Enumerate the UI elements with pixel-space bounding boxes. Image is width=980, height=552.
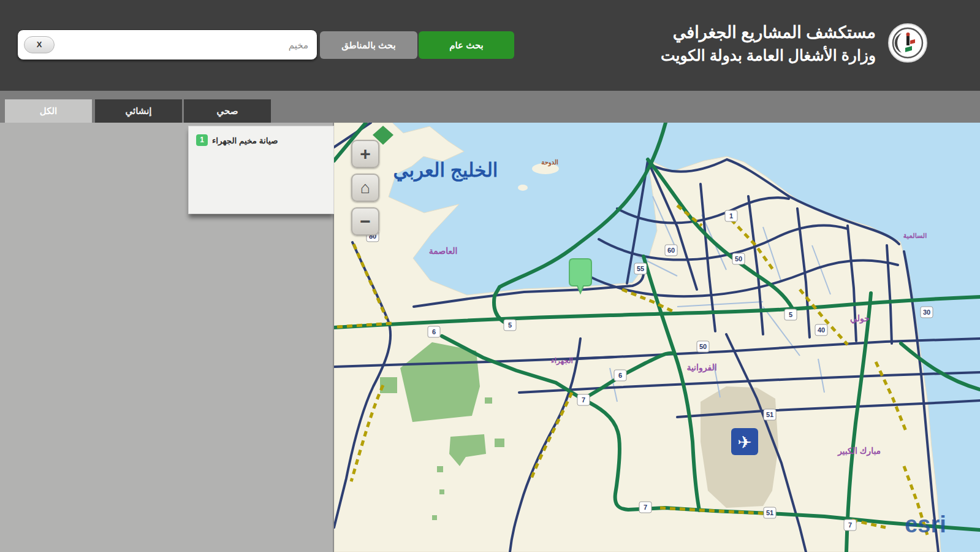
svg-text:55: 55 [637,265,644,272]
svg-text:7: 7 [848,521,852,529]
svg-text:7: 7 [582,396,585,404]
svg-text:30: 30 [923,309,930,316]
search-by-regions-button[interactable]: بحث بالمناطق [320,31,417,59]
svg-text:50: 50 [699,343,707,350]
svg-text:6: 6 [432,328,436,335]
search-result-item[interactable]: 1 صيانة مخيم الجهراء [189,126,333,154]
tab-all[interactable]: الكل [5,99,92,123]
header: مستكشف المشاريع الجغرافي وزارة الأشغال ا… [0,0,980,91]
svg-text:5: 5 [508,321,512,329]
svg-text:5: 5 [789,311,792,318]
svg-text:العاصمة: العاصمة [429,246,458,256]
svg-text:الفروانية: الفروانية [686,362,716,373]
svg-text:حولي: حولي [850,313,870,324]
svg-text:40: 40 [818,326,825,334]
tab-construction[interactable]: إنشائي [95,99,182,123]
category-tabstrip: الكل إنشائي صحي [0,91,980,123]
svg-text:50: 50 [735,255,742,263]
ministry-logo [888,23,927,63]
clear-search-button[interactable]: X [24,36,55,53]
search-input[interactable]: مخيم X [17,29,317,60]
result-project-label: صيانة مخيم الجهراء [212,136,278,145]
svg-text:6: 6 [618,372,622,379]
general-search-button[interactable]: بحث عام [419,31,514,59]
tab-sanitary[interactable]: صحي [184,99,271,123]
airport-icon: ✈ [731,428,758,455]
svg-text:51: 51 [766,411,773,418]
svg-text:60: 60 [667,247,675,254]
result-count-badge: 1 [196,134,208,146]
basemap: ✈ 16050505540306767515178055 العاصمةحولي… [334,123,980,552]
zoom-out-button[interactable]: − [351,207,379,236]
esri-attribution: esri [905,512,946,537]
svg-text:1: 1 [729,212,733,220]
map-canvas[interactable]: ✈ 16050505540306767515178055 العاصمةحولي… [334,123,980,552]
app-title-line1: مستكشف المشاريع الجغرافي [661,21,876,44]
svg-text:7: 7 [644,504,647,511]
app-title: مستكشف المشاريع الجغرافي وزارة الأشغال ا… [661,21,876,66]
svg-text:السالمية: السالمية [903,232,927,240]
svg-text:مبارك الكبير: مبارك الكبير [837,446,881,456]
zoom-in-button[interactable]: + [351,140,379,168]
svg-text:51: 51 [766,509,773,516]
home-extent-button[interactable]: ⌂ [351,174,379,202]
svg-text:الجهراء: الجهراء [551,356,573,366]
svg-text:✈: ✈ [737,433,751,452]
app-title-line2: وزارة الأشغال العامة بدولة الكويت [661,44,876,66]
gulf-water-label: الخليج العربي [393,159,498,182]
app-window: مستكشف المشاريع الجغرافي وزارة الأشغال ا… [0,0,980,552]
map-controls: + ⌂ − [351,140,379,236]
ministry-logo-emblem [892,27,924,59]
search-input-value: مخيم [289,30,308,61]
search-results-panel: 1 صيانة مخيم الجهراء [188,126,334,214]
islet [518,185,528,191]
